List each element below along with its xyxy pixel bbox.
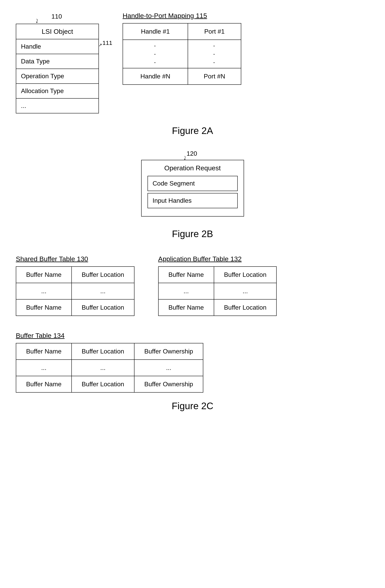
op-req-box: Operation Request Code Segment Input Han… [141, 160, 244, 217]
handle-n: Handle #N [123, 68, 188, 84]
abt-h-name: Buffer Name [159, 267, 214, 283]
bt134-d-location: ... [71, 360, 134, 376]
lsi-title: LSI Object [16, 24, 98, 39]
htp-title: Handle-to-Port Mapping 115 [123, 12, 241, 20]
sbt-last-row: Buffer Name Buffer Location [16, 299, 134, 316]
app-table-title: Application Buffer Table 132 [158, 255, 277, 263]
abt-l-name: Buffer Name [159, 299, 214, 316]
bt134-l-location: Buffer Location [71, 376, 134, 392]
bt134-d-ownership: ... [134, 360, 203, 376]
code-segment-row: Code Segment [148, 176, 238, 191]
fig2a-caption: Figure 2A [16, 125, 369, 136]
sbt-dots-row: ... ... [16, 283, 134, 299]
bt134-l-name: Buffer Name [16, 376, 71, 392]
app-buffer-table: Buffer Name Buffer Location ... ... Buff… [158, 266, 277, 316]
port-n: Port #N [188, 68, 241, 84]
sbt-d-location: ... [71, 283, 134, 299]
fig2b-caption: Figure 2B [16, 228, 369, 239]
sbt-header-row: Buffer Name Buffer Location [16, 267, 134, 283]
sbt-l-name: Buffer Name [16, 299, 71, 316]
bt134-h-location: Buffer Location [71, 343, 134, 360]
input-handles-row: Input Handles [148, 193, 238, 208]
arrow-111: ↗ [98, 42, 102, 48]
bt134-dots-row: ... ... ... [16, 360, 203, 376]
row-tables: Shared Buffer Table 130 Buffer Name Buff… [16, 255, 369, 316]
sbt-h-name: Buffer Name [16, 267, 71, 283]
figure-2c: Shared Buffer Table 130 Buffer Name Buff… [16, 255, 369, 393]
port-1: Port #1 [188, 23, 241, 40]
handle-to-port-container: Handle-to-Port Mapping 115 Handle #1 Por… [123, 12, 241, 85]
sbt-l-location: Buffer Location [71, 299, 134, 316]
fig2c-caption: Figure 2C [16, 400, 369, 411]
abt-dots-row: ... ... [159, 283, 277, 299]
bt134-last-row: Buffer Name Buffer Location Buffer Owner… [16, 376, 203, 392]
lsi-row-dots: ... [16, 99, 98, 113]
dot-col2: ··· [188, 40, 241, 68]
op-req-container: 120 ⤵ Operation Request Code Segment Inp… [141, 160, 244, 217]
sbt-d-name: ... [16, 283, 71, 299]
htp-dots-row: ··· ··· [123, 40, 241, 68]
bt134-header-row: Buffer Name Buffer Location Buffer Owner… [16, 343, 203, 360]
lsi-object-container: 110 ⤵ LSI Object Handle Data Type Operat… [16, 24, 99, 113]
dot-col1: ··· [123, 40, 188, 68]
sbt-h-location: Buffer Location [71, 267, 134, 283]
buffer-table-134-section: Buffer Table 134 Buffer Name Buffer Loca… [16, 332, 369, 393]
abt-l-location: Buffer Location [214, 299, 277, 316]
buffer-table-134: Buffer Name Buffer Location Buffer Owner… [16, 343, 203, 393]
app-buffer-section: Application Buffer Table 132 Buffer Name… [158, 255, 277, 316]
shared-buffer-table: Buffer Name Buffer Location ... ... Buff… [16, 266, 135, 316]
htp-row-n: Handle #N Port #N [123, 68, 241, 84]
figure-2b: 120 ⤵ Operation Request Code Segment Inp… [16, 152, 369, 217]
shared-buffer-section: Shared Buffer Table 130 Buffer Name Buff… [16, 255, 135, 316]
lsi-object-box: LSI Object Handle Data Type Operation Ty… [16, 24, 99, 113]
bt134-h-ownership: Buffer Ownership [134, 343, 203, 360]
bt134-h-name: Buffer Name [16, 343, 71, 360]
htp-table: Handle #1 Port #1 ··· ··· Handle #N Port… [123, 23, 241, 85]
abt-header-row: Buffer Name Buffer Location [159, 267, 277, 283]
abt-h-location: Buffer Location [214, 267, 277, 283]
shared-table-title: Shared Buffer Table 130 [16, 255, 135, 263]
htp-row-1: Handle #1 Port #1 [123, 23, 241, 40]
label-120: 120 [187, 150, 197, 157]
lsi-row-datatype: Data Type [16, 54, 98, 69]
op-req-title: Operation Request [148, 164, 238, 172]
figure-2a: 110 ⤵ LSI Object Handle Data Type Operat… [16, 12, 369, 113]
lsi-row-alloctype: Allocation Type [16, 84, 98, 99]
lsi-row-handle: Handle [16, 39, 98, 54]
label-110: 110 [51, 13, 62, 20]
lsi-row-optype: Operation Type [16, 69, 98, 84]
label-111: 111 [102, 40, 112, 46]
abt-d-location: ... [214, 283, 277, 299]
abt-last-row: Buffer Name Buffer Location [159, 299, 277, 316]
bt134-d-name: ... [16, 360, 71, 376]
abt-d-name: ... [159, 283, 214, 299]
buffer-table-title: Buffer Table 134 [16, 332, 65, 339]
bt134-l-ownership: Buffer Ownership [134, 376, 203, 392]
handle-1: Handle #1 [123, 23, 188, 40]
